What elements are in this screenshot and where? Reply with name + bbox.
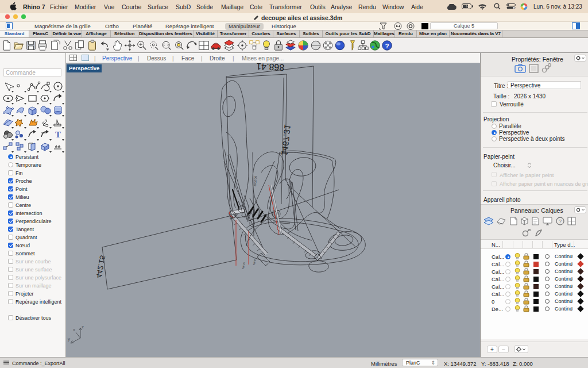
svg-text:T: T bbox=[55, 130, 61, 139]
svg-text:z: z bbox=[82, 324, 84, 329]
svg-text:868.41: 868.41 bbox=[256, 63, 285, 72]
svg-text:1467.31: 1467.31 bbox=[280, 124, 293, 156]
svg-text:50.2012: 50.2012 bbox=[253, 176, 258, 187]
svg-text:y: y bbox=[68, 336, 70, 342]
svg-text:x: x bbox=[73, 327, 75, 332]
svg-text:?: ? bbox=[559, 218, 562, 224]
svg-text:18.801: 18.801 bbox=[253, 258, 257, 266]
svg-text:?: ? bbox=[385, 42, 389, 50]
svg-text:442.15: 442.15 bbox=[95, 255, 107, 279]
svg-text:50.801: 50.801 bbox=[242, 262, 246, 270]
